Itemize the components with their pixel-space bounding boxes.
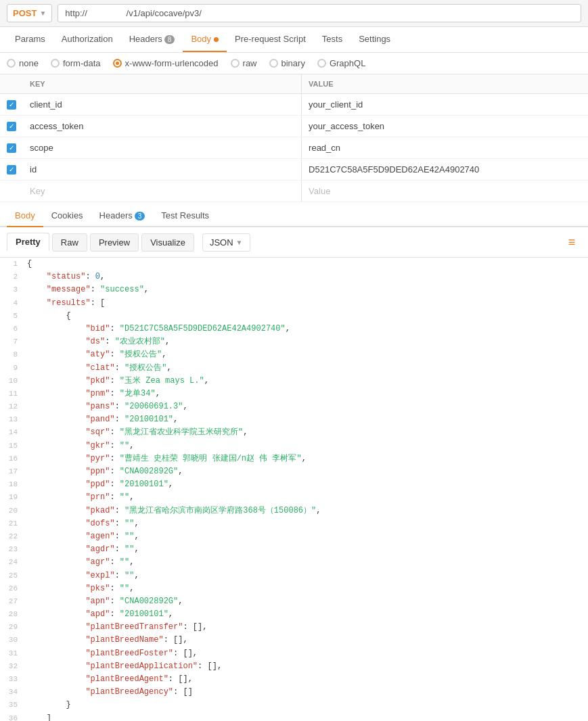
json-line: 35 }	[0, 699, 588, 712]
json-line: 34 "plantBreedAgency": []	[0, 686, 588, 699]
param-value[interactable]: read_cn	[302, 137, 588, 159]
json-line: 15 "gkr": "",	[0, 440, 588, 452]
value-header: VALUE	[302, 74, 588, 94]
raw-button[interactable]: Raw	[52, 233, 87, 252]
line-number: 17	[0, 466, 24, 478]
line-number: 20	[0, 505, 24, 517]
line-number: 5	[0, 310, 24, 323]
radio-graphql[interactable]: GraphQL	[317, 58, 365, 68]
line-number: 23	[0, 544, 24, 556]
param-key[interactable]: id	[23, 159, 302, 181]
checkbox[interactable]	[7, 122, 16, 131]
line-content: "expl": "",	[24, 569, 588, 582]
table-row: scoperead_cn	[0, 137, 588, 159]
param-value: Value	[302, 181, 588, 202]
json-line: 13 "pand": "20100101",	[0, 413, 588, 426]
json-line: 23 "agdr": "",	[0, 543, 588, 556]
tab-body[interactable]: Body	[183, 27, 227, 52]
line-content: "clat": "授权公告",	[24, 362, 588, 375]
bottom-tab-body[interactable]: Body	[7, 205, 43, 227]
radio-form-data[interactable]: form-data	[51, 58, 101, 68]
line-number: 36	[0, 713, 24, 721]
tab-params[interactable]: Params	[7, 27, 53, 52]
line-content: ]	[24, 712, 588, 721]
line-number: 29	[0, 622, 24, 634]
param-key[interactable]: access_token	[23, 116, 302, 137]
bottom-tab-cookies[interactable]: Cookies	[43, 205, 91, 227]
table-row: client_idyour_client_id	[0, 94, 588, 116]
json-toolbar: Pretty Raw Preview Visualize JSON ▼ ≡	[0, 227, 588, 258]
bottom-tabs: BodyCookiesHeaders3Test Results	[0, 205, 588, 227]
tab-headers[interactable]: Headers8	[121, 27, 183, 52]
json-line: 12 "pans": "20060691.3",	[0, 400, 588, 413]
tab-settings[interactable]: Settings	[350, 27, 399, 52]
method-label: POST	[13, 8, 37, 18]
param-key[interactable]: client_id	[23, 94, 302, 116]
bottom-tab-headers[interactable]: Headers3	[91, 205, 154, 227]
tab-pre-request-script[interactable]: Pre-request Script	[227, 27, 314, 52]
line-content: "plantBreedApplication": [],	[24, 660, 588, 673]
line-content: "pand": "20100101",	[24, 413, 588, 426]
line-number: 15	[0, 440, 24, 452]
json-line: 8 "aty": "授权公告",	[0, 348, 588, 361]
bottom-tab-test-results[interactable]: Test Results	[153, 205, 217, 227]
method-select[interactable]: POST ▼	[7, 4, 52, 22]
visualize-button[interactable]: Visualize	[141, 233, 194, 252]
line-content: "pyr": "曹靖生 史桂荣 郭晓明 张建国/n赵 伟 李树军",	[24, 452, 588, 465]
radio-none[interactable]: none	[7, 58, 39, 68]
radio-binary[interactable]: binary	[269, 58, 305, 68]
json-line: 20 "pkad": "黑龙江省哈尔滨市南岗区学府路368号（150086）",	[0, 505, 588, 517]
line-content: "agen": "",	[24, 530, 588, 543]
radio-circle-graphql	[317, 59, 326, 68]
table-row: access_tokenyour_access_token	[0, 116, 588, 137]
json-line: 3 "message": "success",	[0, 283, 588, 296]
param-value[interactable]: your_access_token	[302, 116, 588, 137]
pretty-button[interactable]: Pretty	[7, 233, 49, 252]
line-content: "plantBreedAgency": []	[24, 686, 588, 699]
checkbox[interactable]	[7, 143, 16, 153]
params-table: KEY VALUE client_idyour_client_idaccess_…	[0, 74, 588, 202]
preview-button[interactable]: Preview	[90, 233, 139, 252]
json-line: 22 "agen": "",	[0, 530, 588, 543]
line-content: "dofs": "",	[24, 517, 588, 530]
json-viewer: 1{2 "status": 0,3 "message": "success",4…	[0, 258, 588, 721]
json-line: 17 "ppn": "CNA002892G",	[0, 465, 588, 478]
radio-x-www-form-urlencoded[interactable]: x-www-form-urlencoded	[113, 58, 219, 68]
checkbox[interactable]	[7, 165, 16, 175]
checkbox[interactable]	[7, 100, 16, 110]
json-line: 19 "prn": "",	[0, 491, 588, 504]
json-format-label: JSON	[210, 237, 233, 248]
json-line: 14 "sqr": "黑龙江省农业科学院玉米研究所",	[0, 426, 588, 439]
param-key[interactable]: scope	[23, 137, 302, 159]
line-number: 14	[0, 427, 24, 439]
param-key: Key	[23, 181, 302, 202]
line-content: "sqr": "黑龙江省农业科学院玉米研究所",	[24, 426, 588, 439]
json-line: 26 "pks": "",	[0, 582, 588, 595]
line-content: "message": "success",	[24, 283, 588, 296]
line-content: {	[24, 258, 588, 271]
json-line: 2 "status": 0,	[0, 271, 588, 283]
param-value[interactable]: D521C7C58A5F5D9DED62AE42A4902740	[302, 159, 588, 181]
line-number: 6	[0, 323, 24, 335]
line-number: 4	[0, 298, 24, 310]
json-format-select[interactable]: JSON ▼	[202, 233, 250, 252]
line-content: "aty": "授权公告",	[24, 348, 588, 361]
radio-raw[interactable]: raw	[231, 58, 257, 68]
radio-circle-form-data	[51, 59, 60, 68]
url-input[interactable]	[58, 4, 581, 22]
chevron-down-icon: ▼	[236, 239, 243, 246]
tab-tests[interactable]: Tests	[314, 27, 350, 52]
json-line: 18 "ppd": "20100101",	[0, 478, 588, 491]
json-line: 24 "agr": "",	[0, 556, 588, 569]
tab-authorization[interactable]: Authorization	[53, 27, 121, 52]
line-content: "plantBreedFoster": [],	[24, 647, 588, 660]
wrap-icon[interactable]: ≡	[562, 233, 581, 252]
line-number: 27	[0, 596, 24, 608]
param-value[interactable]: your_client_id	[302, 94, 588, 116]
line-content: "plantBreedAgent": [],	[24, 673, 588, 686]
line-number: 22	[0, 531, 24, 543]
line-content: "gkr": "",	[24, 440, 588, 452]
line-number: 8	[0, 349, 24, 361]
line-number: 25	[0, 570, 24, 582]
line-number: 12	[0, 401, 24, 413]
